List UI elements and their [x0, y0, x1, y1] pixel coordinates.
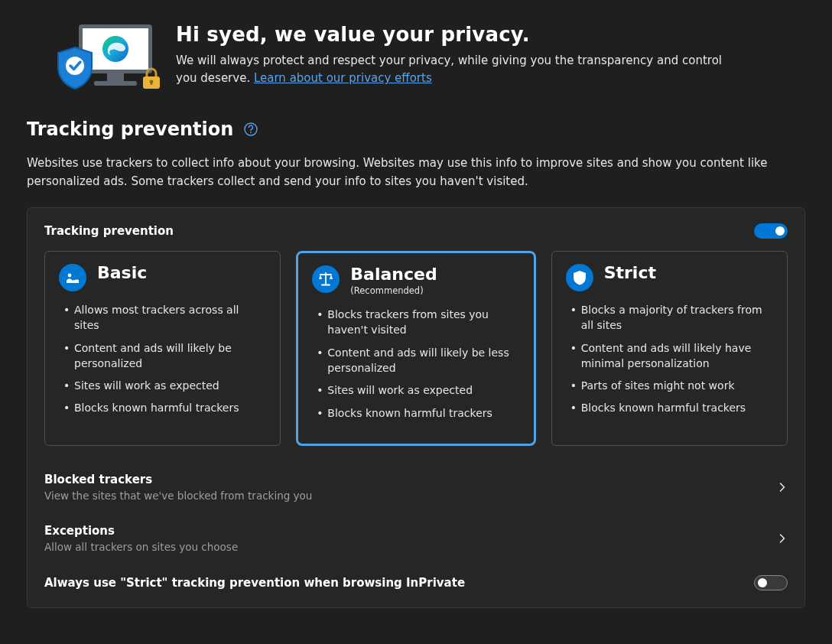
- list-item: Content and ads will likely have minimal…: [566, 340, 773, 372]
- section-description: Websites use trackers to collect info ab…: [27, 154, 791, 190]
- list-item: Blocks a majority of trackers from all s…: [566, 302, 773, 333]
- svg-rect-4: [151, 82, 152, 85]
- list-item: Blocks known harmful trackers: [59, 400, 266, 415]
- list-item: Content and ads will likely be less pers…: [312, 345, 519, 376]
- row-title: Exceptions: [44, 524, 238, 538]
- basic-icon: [59, 264, 86, 291]
- card-subtitle: (Recommended): [350, 285, 437, 296]
- row-title: Blocked trackers: [44, 473, 312, 486]
- svg-point-6: [250, 132, 252, 133]
- list-item: Parts of sites might not work: [566, 378, 773, 393]
- row-title: Always use "Strict" tracking prevention …: [44, 576, 465, 590]
- privacy-hero: Hi syed, we value your privacy. We will …: [42, 23, 805, 92]
- list-item: Sites will work as expected: [59, 378, 266, 393]
- hero-title: Hi syed, we value your privacy.: [176, 23, 734, 46]
- list-item: Allows most trackers across all sites: [59, 302, 266, 333]
- panel-title: Tracking prevention: [44, 224, 174, 238]
- row-desc: Allow all trackers on sites you choose: [44, 541, 238, 553]
- list-item: Sites will work as expected: [312, 382, 519, 398]
- help-icon[interactable]: [244, 122, 258, 136]
- padlock-icon: [141, 67, 161, 90]
- edge-logo-icon: [100, 34, 131, 64]
- list-item: Blocks trackers from sites you haven't v…: [312, 307, 519, 338]
- card-title: Basic: [97, 264, 147, 282]
- row-desc: View the sites that we've blocked from t…: [44, 490, 312, 502]
- strict-icon: [566, 264, 593, 291]
- blocked-trackers-row[interactable]: Blocked trackers View the sites that we'…: [44, 461, 788, 512]
- list-item: Blocks known harmful trackers: [312, 405, 519, 421]
- chevron-right-icon: [777, 533, 788, 544]
- inprivate-strict-toggle[interactable]: [754, 575, 788, 590]
- svg-point-1: [66, 57, 84, 75]
- shield-icon: [56, 46, 94, 90]
- section-title: Tracking prevention: [27, 119, 233, 140]
- tracking-card-balanced[interactable]: Balanced (Recommended) Blocks trackers f…: [296, 251, 535, 446]
- card-title: Balanced: [350, 265, 437, 284]
- tracking-card-strict[interactable]: Strict Blocks a majority of trackers fro…: [551, 251, 788, 446]
- tracking-prevention-toggle[interactable]: [754, 223, 788, 239]
- exceptions-row[interactable]: Exceptions Allow all trackers on sites y…: [44, 512, 788, 564]
- tracking-prevention-section-head: Tracking prevention: [27, 119, 805, 140]
- balanced-icon: [312, 265, 340, 293]
- chevron-right-icon: [777, 482, 788, 493]
- card-title: Strict: [604, 264, 656, 282]
- inprivate-strict-row: Always use "Strict" tracking prevention …: [44, 564, 788, 607]
- tracking-prevention-panel: Tracking prevention Basic Allows most tr…: [27, 207, 805, 608]
- tracking-level-cards: Basic Allows most trackers across all si…: [44, 251, 788, 446]
- hero-description: We will always protect and respect your …: [176, 52, 734, 88]
- list-item: Content and ads will likely be personali…: [59, 340, 266, 372]
- tracking-card-basic[interactable]: Basic Allows most trackers across all si…: [44, 251, 281, 446]
- svg-point-7: [68, 274, 72, 278]
- privacy-illustration-icon: [42, 23, 153, 92]
- learn-privacy-link[interactable]: Learn about our privacy efforts: [254, 71, 432, 85]
- list-item: Blocks known harmful trackers: [566, 400, 773, 415]
